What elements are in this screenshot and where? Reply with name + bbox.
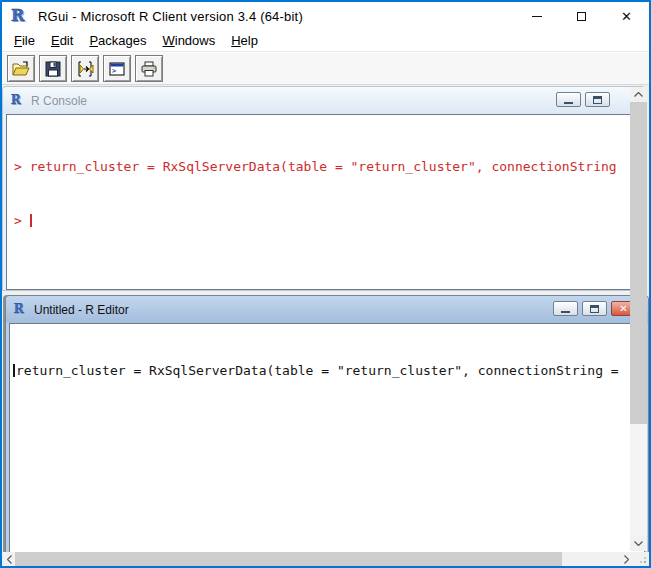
- editor-restore-button[interactable]: [582, 301, 607, 316]
- menu-file[interactable]: File: [6, 31, 43, 50]
- editor-titlebar: R R Untitled - R Editor ✕: [6, 296, 648, 323]
- restore-icon: [593, 96, 602, 104]
- chevron-up-icon: [634, 92, 643, 97]
- vertical-scroll-thumb[interactable]: [630, 102, 647, 424]
- menu-windows[interactable]: Windows: [154, 31, 223, 50]
- editor-text-area[interactable]: return_cluster = RxSqlServerData(table =…: [9, 323, 645, 565]
- chevron-right-icon: [624, 555, 629, 564]
- open-script-button[interactable]: [7, 55, 35, 82]
- close-button[interactable]: ✕: [604, 2, 649, 30]
- menubar: File Edit Packages Windows Help: [2, 30, 649, 52]
- console-line: > return_cluster = RxSqlServerData(table…: [14, 158, 641, 176]
- scroll-right-button[interactable]: [619, 552, 633, 566]
- r-logo-icon: R R: [10, 7, 30, 25]
- vertical-scrollbar[interactable]: [630, 87, 647, 551]
- svg-text:R: R: [14, 303, 25, 316]
- scroll-up-button[interactable]: [630, 87, 647, 102]
- console-restore-button[interactable]: [585, 92, 610, 107]
- script-window-icon: >: [107, 59, 127, 79]
- maximize-icon: [577, 12, 586, 21]
- window-title: RGui - Microsoft R Client version 3.4 (6…: [38, 9, 303, 24]
- resize-grip[interactable]: [633, 552, 649, 566]
- restore-icon: [590, 305, 599, 313]
- editor-title: Untitled - R Editor: [34, 303, 129, 317]
- close-icon: ✕: [621, 10, 632, 23]
- mdi-client-area: R R R Console > return_cluster = RxSqlSe…: [2, 85, 649, 566]
- editor-minimize-button[interactable]: [553, 301, 578, 316]
- horizontal-scrollbar[interactable]: [2, 552, 633, 566]
- minimize-icon: [564, 102, 573, 104]
- open-folder-icon: [11, 59, 31, 79]
- scroll-down-button[interactable]: [630, 536, 647, 551]
- rgui-window: R R RGui - Microsoft R Client version 3.…: [0, 0, 651, 568]
- print-button[interactable]: [135, 55, 163, 82]
- console-prompt-line: >: [14, 212, 641, 230]
- toolbar: >: [2, 53, 649, 85]
- menu-edit[interactable]: Edit: [43, 31, 81, 50]
- printer-icon: [139, 59, 159, 79]
- r-logo-icon: R R: [10, 94, 25, 108]
- chevron-left-icon: [7, 555, 12, 564]
- minimize-icon: [561, 311, 570, 313]
- resize-grip-icon: [644, 561, 646, 563]
- r-editor-window: R R Untitled - R Editor ✕ return_cluster…: [5, 295, 649, 566]
- console-title: R Console: [31, 94, 87, 108]
- text-caret: [13, 364, 15, 377]
- menu-help[interactable]: Help: [223, 31, 266, 50]
- r-console-window: R R R Console > return_cluster = RxSqlSe…: [2, 86, 646, 291]
- console-input-area[interactable]: > return_cluster = RxSqlServerData(table…: [6, 114, 642, 290]
- menu-packages[interactable]: Packages: [81, 31, 154, 50]
- minimize-button[interactable]: [514, 2, 559, 30]
- script-window-button[interactable]: >: [103, 55, 131, 82]
- save-button[interactable]: [39, 55, 67, 82]
- console-minimize-button[interactable]: [556, 92, 581, 107]
- editor-line: return_cluster = RxSqlServerData(table =…: [13, 362, 644, 380]
- maximize-button[interactable]: [559, 2, 604, 30]
- scroll-left-button[interactable]: [2, 552, 16, 566]
- close-icon: ✕: [619, 304, 627, 314]
- chevron-down-icon: [634, 541, 643, 546]
- copy-paste-icon: [75, 59, 95, 79]
- svg-text:R: R: [11, 94, 22, 107]
- copy-paste-button[interactable]: [71, 55, 99, 82]
- main-titlebar: R R RGui - Microsoft R Client version 3.…: [2, 2, 649, 30]
- horizontal-scroll-thumb[interactable]: [15, 552, 562, 566]
- svg-text:>: >: [112, 67, 116, 75]
- text-caret: [30, 214, 32, 227]
- save-floppy-icon: [43, 59, 63, 79]
- console-titlebar: R R R Console: [3, 87, 645, 114]
- caption-buttons: ✕: [514, 2, 649, 30]
- r-logo-icon: R R: [13, 303, 28, 317]
- minimize-icon: [532, 16, 542, 17]
- svg-text:R: R: [11, 7, 25, 25]
